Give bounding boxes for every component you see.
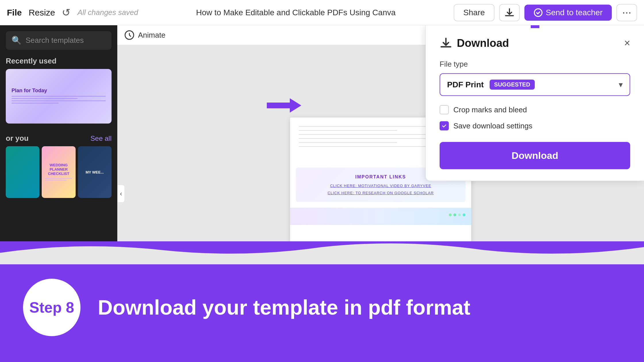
template-item-3[interactable]: MY WEE... xyxy=(78,146,112,198)
search-box[interactable]: 🔍 ⚙ xyxy=(6,31,112,50)
thumbnail-line3 xyxy=(12,101,106,101)
file-type-value: PDF Print xyxy=(447,80,484,89)
template-item-1[interactable] xyxy=(6,146,39,198)
undo-button[interactable]: ↺ xyxy=(62,7,70,19)
thumbnail-title: Plan for Today xyxy=(12,88,106,94)
link1[interactable]: CLICK HERE: MOTIVATIONAL VIDEO BY GARYVE… xyxy=(300,184,461,188)
template-thumb-3: MY WEE... xyxy=(86,146,104,198)
download-panel-icon xyxy=(440,37,452,49)
arrow-right-icon xyxy=(267,97,301,114)
save-settings-checkbox[interactable] xyxy=(440,121,449,130)
recently-used-title: Recently used xyxy=(6,57,56,65)
bottom-wave xyxy=(0,241,644,264)
search-icon: 🔍 xyxy=(12,36,22,45)
sidebar-collapse-button[interactable]: ‹ xyxy=(117,185,125,203)
file-type-label: File type xyxy=(440,60,630,69)
save-settings-row: Save download settings xyxy=(440,121,630,130)
svg-point-0 xyxy=(534,9,542,16)
bottom-section: Step 8 Download your template in pdf for… xyxy=(0,241,644,362)
thumb-label: MY WEE... xyxy=(86,170,104,174)
for-you-header: or you See all xyxy=(0,128,117,146)
crop-marks-checkbox[interactable] xyxy=(440,105,449,114)
footer-dot xyxy=(449,213,452,216)
bottom-title: Download your template in pdf format xyxy=(98,296,470,319)
topbar: File Resize ↺ All changes saved How to M… xyxy=(0,0,644,25)
panel-close-button[interactable]: × xyxy=(624,38,630,48)
checkmark-icon xyxy=(441,123,447,129)
line5 xyxy=(299,142,397,143)
footer-dot xyxy=(463,213,465,216)
share-button[interactable]: Share xyxy=(454,4,495,21)
step-circle: Step 8 xyxy=(23,279,80,336)
file-type-select[interactable]: PDF Print SUGGESTED ▾ xyxy=(440,73,630,96)
animate-button[interactable]: Animate xyxy=(124,30,165,40)
saved-status: All changes saved xyxy=(77,8,138,17)
up-arrow-top-icon xyxy=(524,25,547,28)
file-menu[interactable]: File xyxy=(7,8,22,18)
animate-label: Animate xyxy=(138,31,165,40)
canvas-arrow-right xyxy=(267,97,301,115)
check-circle-icon xyxy=(534,8,543,17)
more-options-button[interactable]: ⋯ xyxy=(616,4,637,21)
download-arrow-icon xyxy=(504,7,515,18)
panel-header: Download × xyxy=(440,37,630,49)
file-type-left: PDF Print SUGGESTED xyxy=(447,80,535,90)
crop-marks-row: Crop marks and bleed xyxy=(440,105,630,114)
canvas-arrow-up-bottom xyxy=(598,318,621,351)
up-arrow-icon xyxy=(598,318,621,347)
thumb-label: WEDDING PLANNER CHECKLIST xyxy=(45,163,72,176)
line2 xyxy=(299,130,397,131)
svg-marker-2 xyxy=(267,98,301,113)
footer-dot xyxy=(458,213,461,216)
panel-title-text: Download xyxy=(457,37,509,49)
send-teacher-button[interactable]: Send to teacher xyxy=(524,5,612,21)
download-icon-button[interactable] xyxy=(499,4,520,21)
thumbnail-line4 xyxy=(12,103,59,103)
step-text: Step 8 xyxy=(29,299,74,316)
topbar-left: File Resize ↺ All changes saved xyxy=(7,7,138,19)
send-teacher-label: Send to teacher xyxy=(546,8,603,17)
panel-title: Download xyxy=(440,37,509,49)
footer-dot xyxy=(453,213,456,216)
thumbnail-line2 xyxy=(12,98,78,99)
page-footer xyxy=(290,208,471,225)
download-panel: Download × File type PDF Print SUGGESTED… xyxy=(425,25,644,181)
for-you-grid: WEDDING PLANNER CHECKLIST MY WEE... xyxy=(0,146,117,198)
crop-marks-label: Crop marks and bleed xyxy=(453,105,527,114)
for-you-title: or you xyxy=(6,134,28,143)
template-thumb-2: WEDDING PLANNER CHECKLIST xyxy=(42,146,75,198)
animate-icon xyxy=(124,30,135,40)
sidebar-search-area: 🔍 ⚙ xyxy=(0,25,117,50)
link2[interactable]: CLICK HERE: TO RESEARCH ON GOOGLE SCHOLA… xyxy=(300,191,461,195)
thumb-line xyxy=(45,178,72,179)
resize-menu[interactable]: Resize xyxy=(29,8,55,18)
thumb-line xyxy=(45,180,67,180)
document-title: How to Make Editable and Clickable PDFs … xyxy=(144,8,448,17)
recently-used-item[interactable]: Plan for Today xyxy=(6,69,112,124)
svg-marker-4 xyxy=(525,25,545,28)
thumbnail-line xyxy=(12,96,106,97)
chevron-left-icon: ‹ xyxy=(120,190,122,197)
ellipsis-icon: ⋯ xyxy=(622,7,631,18)
chevron-down-icon: ▾ xyxy=(619,80,623,89)
footer-dots xyxy=(290,208,471,222)
download-main-button[interactable]: Download xyxy=(440,142,630,169)
recently-used-section: Recently used xyxy=(0,50,117,69)
topbar-right: Share Send to teacher ⋯ xyxy=(454,4,637,21)
template-item-2[interactable]: WEDDING PLANNER CHECKLIST xyxy=(42,146,75,198)
search-input[interactable] xyxy=(26,36,117,45)
thumbnail-content: Plan for Today xyxy=(6,69,112,124)
see-all-link[interactable]: See all xyxy=(91,134,112,143)
suggested-badge: SUGGESTED xyxy=(490,80,535,90)
download-arrow-up xyxy=(524,25,547,29)
svg-marker-3 xyxy=(599,318,620,347)
recently-used-thumbnail: Plan for Today xyxy=(6,69,112,124)
save-settings-label: Save download settings xyxy=(453,122,532,130)
